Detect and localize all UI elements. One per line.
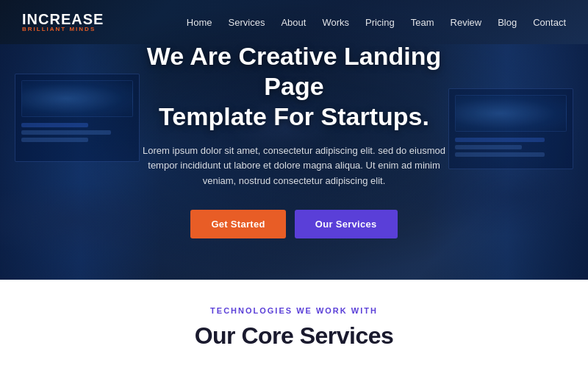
- nav-link-works[interactable]: Works: [322, 17, 349, 28]
- nav-item-review[interactable]: Review: [451, 15, 482, 29]
- hero-title-line2: Template For Startups.: [159, 102, 429, 130]
- nav-item-blog[interactable]: Blog: [498, 15, 517, 29]
- hero-section: INCREASE BRILLIANT MINDS Home Services A…: [0, 0, 588, 280]
- nav-item-home[interactable]: Home: [187, 15, 212, 29]
- nav-links: Home Services About Works Pricing Team R…: [187, 15, 566, 29]
- nav-item-contact[interactable]: Contact: [533, 15, 566, 29]
- hero-title-line1: We Are Creative Landing Page: [147, 42, 442, 100]
- nav-item-services[interactable]: Services: [229, 15, 265, 29]
- services-section-title: Our Core Services: [195, 322, 394, 350]
- nav-link-about[interactable]: About: [281, 17, 306, 28]
- get-started-button[interactable]: Get Started: [190, 210, 285, 238]
- nav-item-about[interactable]: About: [281, 15, 306, 29]
- logo-name: INCREASE: [22, 12, 104, 26]
- nav-item-team[interactable]: Team: [411, 15, 434, 29]
- our-services-button[interactable]: Our Services: [295, 210, 398, 238]
- nav-link-pricing[interactable]: Pricing: [365, 17, 395, 28]
- nav-link-blog[interactable]: Blog: [498, 17, 517, 28]
- nav-link-review[interactable]: Review: [451, 17, 482, 28]
- navbar: INCREASE BRILLIANT MINDS Home Services A…: [0, 0, 588, 44]
- hero-buttons: Get Started Our Services: [125, 210, 463, 238]
- hero-content: We Are Creative Landing Page Template Fo…: [110, 41, 478, 238]
- nav-link-contact[interactable]: Contact: [533, 17, 566, 28]
- hero-description: Lorem ipsum dolor sit amet, consectetur …: [140, 144, 448, 189]
- nav-item-works[interactable]: Works: [322, 15, 349, 29]
- hero-title: We Are Creative Landing Page Template Fo…: [125, 41, 463, 131]
- logo[interactable]: INCREASE BRILLIANT MINDS: [22, 12, 104, 32]
- nav-link-services[interactable]: Services: [229, 17, 265, 28]
- services-section-label: TECHNOLOGIES WE WORK WITH: [210, 306, 378, 315]
- nav-link-team[interactable]: Team: [411, 17, 434, 28]
- services-section: TECHNOLOGIES WE WORK WITH Our Core Servi…: [0, 280, 588, 368]
- logo-tagline: BRILLIANT MINDS: [22, 26, 104, 32]
- nav-link-home[interactable]: Home: [187, 17, 212, 28]
- nav-item-pricing[interactable]: Pricing: [365, 15, 395, 29]
